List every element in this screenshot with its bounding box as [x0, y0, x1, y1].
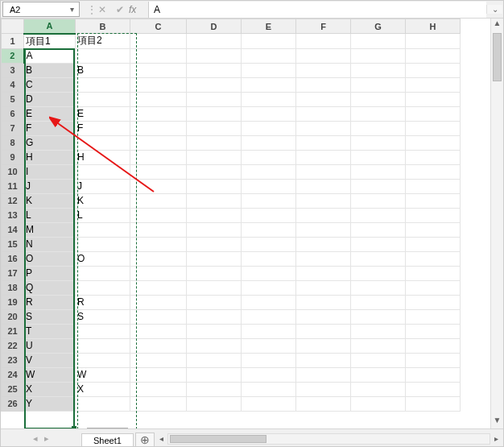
cell[interactable] — [76, 396, 130, 411]
cell[interactable] — [351, 382, 406, 396]
col-header-c[interactable]: C — [130, 19, 187, 34]
cell[interactable] — [351, 164, 406, 179]
cell[interactable] — [242, 48, 296, 63]
cell[interactable] — [242, 208, 296, 222]
row-header[interactable]: 12 — [2, 193, 24, 208]
cell[interactable] — [406, 77, 461, 92]
cell[interactable] — [76, 324, 130, 338]
cell[interactable] — [187, 121, 242, 135]
cell[interactable]: N — [24, 237, 76, 251]
cell[interactable] — [187, 34, 242, 49]
cell[interactable] — [76, 237, 130, 251]
cell[interactable] — [242, 34, 296, 49]
cell[interactable] — [242, 237, 296, 251]
cell[interactable] — [187, 367, 242, 382]
cell[interactable] — [187, 251, 242, 266]
row-header[interactable]: 19 — [2, 295, 24, 309]
cell[interactable] — [296, 237, 351, 251]
cell[interactable] — [406, 106, 461, 121]
cell[interactable] — [76, 77, 130, 92]
cell[interactable] — [296, 353, 351, 367]
cell[interactable] — [406, 135, 461, 150]
cell[interactable] — [242, 367, 296, 382]
cell[interactable] — [242, 164, 296, 179]
cell[interactable] — [406, 367, 461, 382]
cell[interactable] — [242, 222, 296, 237]
cell[interactable] — [187, 106, 242, 121]
formula-input[interactable]: A — [148, 2, 486, 18]
cell[interactable]: F — [24, 121, 76, 135]
cell[interactable] — [242, 338, 296, 353]
cell[interactable] — [242, 135, 296, 150]
expand-formula-bar-icon[interactable]: ⌄ — [486, 5, 502, 14]
cell[interactable]: R — [76, 295, 130, 309]
cell[interactable] — [351, 338, 406, 353]
cell[interactable] — [296, 324, 351, 338]
cell[interactable] — [187, 222, 242, 237]
cell[interactable] — [242, 280, 296, 295]
cell[interactable] — [406, 150, 461, 164]
col-header-e[interactable]: E — [242, 19, 296, 34]
cell[interactable] — [76, 135, 130, 150]
cell[interactable]: D — [24, 92, 76, 106]
cell[interactable] — [242, 179, 296, 193]
cell[interactable]: C — [24, 77, 76, 92]
cell[interactable] — [406, 208, 461, 222]
cell[interactable] — [187, 338, 242, 353]
cell[interactable]: J — [76, 179, 130, 193]
cell[interactable] — [76, 353, 130, 367]
row-header[interactable]: 22 — [2, 338, 24, 353]
cell[interactable] — [351, 135, 406, 150]
cell[interactable]: L — [76, 208, 130, 222]
cell[interactable] — [130, 121, 187, 135]
row-header[interactable]: 17 — [2, 266, 24, 280]
cell[interactable] — [242, 106, 296, 121]
cell[interactable] — [351, 367, 406, 382]
cell[interactable] — [242, 309, 296, 324]
cell[interactable] — [130, 135, 187, 150]
cell[interactable] — [351, 324, 406, 338]
row-header[interactable]: 18 — [2, 280, 24, 295]
cell[interactable] — [130, 150, 187, 164]
cell[interactable]: X — [24, 382, 76, 396]
cell[interactable]: S — [24, 309, 76, 324]
cell[interactable]: J — [24, 179, 76, 193]
cell[interactable] — [406, 237, 461, 251]
sheet-tab[interactable]: Sheet1 — [81, 433, 134, 447]
cell[interactable] — [296, 280, 351, 295]
cell[interactable] — [187, 193, 242, 208]
cell[interactable]: Y — [24, 396, 76, 411]
cell[interactable] — [406, 34, 461, 49]
cell[interactable] — [242, 382, 296, 396]
cell[interactable]: W — [76, 367, 130, 382]
cell[interactable]: E — [76, 106, 130, 121]
cell[interactable] — [406, 48, 461, 63]
col-header-a[interactable]: A — [24, 19, 76, 34]
col-header-b[interactable]: B — [76, 19, 130, 34]
cell[interactable] — [351, 280, 406, 295]
select-all-corner[interactable] — [2, 19, 24, 34]
cell[interactable]: K — [24, 193, 76, 208]
cell[interactable] — [130, 280, 187, 295]
cell[interactable] — [242, 92, 296, 106]
cell[interactable] — [351, 251, 406, 266]
cell[interactable]: G — [24, 135, 76, 150]
paste-options-button[interactable]: 📋 (Ctrl) ▾ — [87, 428, 128, 428]
cell[interactable] — [76, 338, 130, 353]
cell[interactable]: P — [24, 266, 76, 280]
cell[interactable] — [130, 237, 187, 251]
row-header[interactable]: 2 — [2, 48, 24, 63]
cell[interactable] — [130, 324, 187, 338]
cell[interactable]: X — [76, 382, 130, 396]
cell[interactable] — [351, 309, 406, 324]
cell[interactable] — [130, 164, 187, 179]
cell[interactable] — [242, 77, 296, 92]
cell[interactable] — [351, 396, 406, 411]
cell[interactable] — [130, 396, 187, 411]
row-header[interactable]: 7 — [2, 121, 24, 135]
row-header[interactable]: 15 — [2, 237, 24, 251]
cell[interactable] — [296, 135, 351, 150]
row-header[interactable]: 9 — [2, 150, 24, 164]
cell[interactable] — [351, 106, 406, 121]
row-header[interactable]: 8 — [2, 135, 24, 150]
